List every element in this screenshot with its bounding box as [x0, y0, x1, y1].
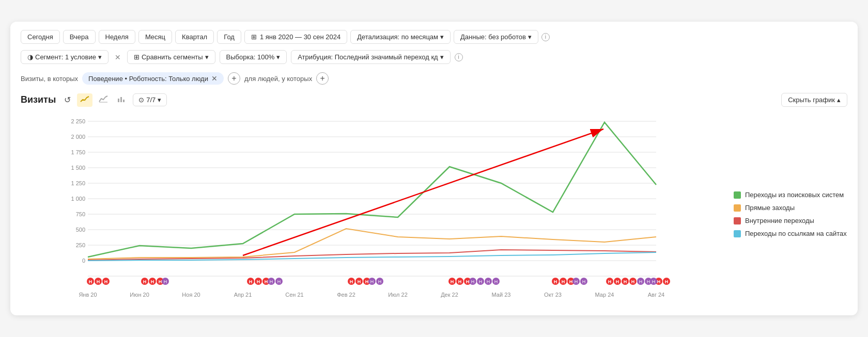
- second-bar: ◑ Сегмент: 1 условие ▾ ✕ ⊞ Сравнить сегм…: [21, 50, 847, 64]
- metrics-text: 7/7: [146, 96, 156, 104]
- svg-text:Н: Н: [104, 279, 108, 284]
- add-for-filter-button[interactable]: +: [316, 72, 329, 85]
- svg-text:Май 23: Май 23: [492, 292, 511, 298]
- legend-item-3: Переходы по ссылкам на сайтах: [734, 230, 847, 237]
- svg-text:1 250: 1 250: [71, 180, 85, 186]
- date-range-button[interactable]: ⊞ 1 янв 2020 — 30 сен 2024: [244, 30, 347, 44]
- filter-row: Визиты, в которых Поведение • Роботность…: [21, 72, 847, 85]
- svg-rect-1: [118, 99, 119, 102]
- svg-text:Н: Н: [657, 279, 661, 284]
- svg-text:Н: Н: [277, 279, 281, 284]
- svg-text:Н: Н: [665, 279, 669, 284]
- metrics-icon: ⊙: [138, 96, 144, 104]
- chevron-up-icon: ▴: [837, 96, 841, 104]
- svg-text:Н: Н: [350, 279, 353, 284]
- segment-close-button[interactable]: ✕: [113, 52, 123, 62]
- sample-text: Выборка: 100%: [226, 53, 275, 61]
- hide-chart-button[interactable]: Скрыть график ▴: [781, 93, 847, 107]
- svg-text:Н: Н: [494, 279, 498, 284]
- svg-text:Окт 23: Окт 23: [544, 292, 562, 298]
- svg-text:Н: Н: [265, 279, 268, 284]
- segment-button[interactable]: ◑ Сегмент: 1 условие ▾: [21, 50, 109, 64]
- attribution-info-icon[interactable]: i: [455, 53, 463, 61]
- legend-color-3: [734, 230, 741, 237]
- chevron-down-icon2: ▾: [528, 33, 532, 41]
- chart-title-row: Визиты ↺ ⊙ 7/7 ▾: [21, 93, 167, 107]
- filter-label: Визиты, в которых: [21, 75, 78, 83]
- legend-label-2: Внутренние переходы: [745, 217, 814, 224]
- btn-week[interactable]: Неделя: [99, 30, 135, 44]
- btn-yesterday[interactable]: Вчера: [63, 30, 96, 44]
- svg-text:Н: Н: [89, 279, 92, 284]
- filter-tag-text: Поведение • Роботность: Только люди: [88, 75, 208, 83]
- svg-text:Н: Н: [159, 279, 162, 284]
- refresh-button[interactable]: ↺: [61, 93, 74, 107]
- svg-text:Н: Н: [97, 279, 100, 284]
- calendar-icon: ⊞: [251, 33, 257, 41]
- btn-today[interactable]: Сегодня: [21, 30, 60, 44]
- svg-text:Н: Н: [151, 279, 154, 284]
- chart-title: Визиты: [21, 94, 56, 105]
- for-label: для людей, у которых: [244, 75, 312, 83]
- svg-text:Н: Н: [370, 279, 374, 284]
- chart-tools: ↺ ⊙ 7/7 ▾: [61, 93, 167, 107]
- top-bar: Сегодня Вчера Неделя Месяц Квартал Год ⊞…: [21, 30, 847, 44]
- svg-rect-2: [120, 97, 122, 102]
- svg-text:Сен 21: Сен 21: [285, 292, 303, 298]
- svg-text:Ноя 20: Ноя 20: [182, 292, 200, 298]
- svg-text:Н: Н: [569, 279, 573, 284]
- svg-text:Н: Н: [143, 279, 147, 284]
- svg-text:Н: Н: [652, 279, 656, 284]
- svg-text:2 000: 2 000: [71, 134, 85, 140]
- date-range-text: 1 янв 2020 — 30 сен 2024: [260, 33, 340, 41]
- btn-quarter[interactable]: Квартал: [175, 30, 214, 44]
- svg-text:Н: Н: [616, 279, 619, 284]
- svg-text:Н: Н: [365, 279, 369, 284]
- compare-button[interactable]: ⊞ Сравнить сегменты ▾: [127, 50, 215, 64]
- metrics-button[interactable]: ⊙ 7/7 ▾: [133, 93, 167, 106]
- svg-text:Фев 22: Фев 22: [337, 292, 355, 298]
- svg-text:Н: Н: [249, 279, 253, 284]
- sample-button[interactable]: Выборка: 100% ▾: [220, 50, 287, 64]
- svg-text:Н: Н: [471, 279, 475, 284]
- chart-header: Визиты ↺ ⊙ 7/7 ▾ Скрыть гра: [21, 93, 847, 107]
- data-button[interactable]: Данные: без роботов ▾: [454, 30, 538, 44]
- svg-text:Н: Н: [479, 279, 483, 284]
- chevron-down-icon4: ▾: [205, 53, 209, 61]
- svg-text:Н: Н: [378, 279, 382, 284]
- add-filter-button[interactable]: +: [228, 72, 240, 85]
- svg-text:Н: Н: [358, 279, 361, 284]
- svg-text:Н: Н: [631, 279, 635, 284]
- svg-text:Н: Н: [575, 279, 578, 284]
- detail-button[interactable]: Детализация: по месяцам ▾: [350, 30, 451, 44]
- attribution-button[interactable]: Атрибуция: Последний значимый переход кд…: [291, 50, 450, 64]
- chevron-down-icon: ▾: [440, 33, 444, 41]
- btn-year[interactable]: Год: [217, 30, 241, 44]
- main-container: Сегодня Вчера Неделя Месяц Квартал Год ⊞…: [10, 22, 858, 315]
- btn-month[interactable]: Месяц: [138, 30, 172, 44]
- svg-rect-3: [123, 100, 125, 102]
- svg-text:Мар 24: Мар 24: [595, 292, 614, 298]
- svg-text:Н: Н: [582, 279, 586, 284]
- svg-text:1 750: 1 750: [71, 149, 85, 155]
- svg-text:Н: Н: [608, 279, 612, 284]
- legend-label-1: Прямые заходы: [745, 204, 795, 212]
- chevron-down-icon3: ▾: [98, 53, 102, 61]
- bar-chart-button[interactable]: [114, 93, 130, 107]
- hide-chart-text: Скрыть график: [788, 96, 835, 104]
- svg-text:Н: Н: [562, 279, 565, 284]
- chart-svg: 2 250 2 000 1 750 1 500 1 250 1 000 750 …: [21, 111, 723, 307]
- legend-item-1: Прямые заходы: [734, 204, 847, 212]
- svg-text:750: 750: [76, 211, 85, 217]
- detail-text: Детализация: по месяцам: [357, 33, 438, 41]
- filter-tag-close[interactable]: ✕: [211, 74, 218, 83]
- svg-text:Н: Н: [458, 279, 462, 284]
- filter-tag[interactable]: Поведение • Роботность: Только люди ✕: [82, 72, 224, 85]
- svg-text:1 000: 1 000: [71, 196, 85, 202]
- chevron-down-icon7: ▾: [158, 96, 161, 104]
- chart-legend: Переходы из поисковых систем Прямые захо…: [734, 111, 847, 307]
- area-chart-button[interactable]: [96, 93, 111, 107]
- line-chart-button[interactable]: [77, 93, 92, 107]
- info-icon[interactable]: i: [541, 33, 550, 41]
- svg-text:Н: Н: [451, 279, 454, 284]
